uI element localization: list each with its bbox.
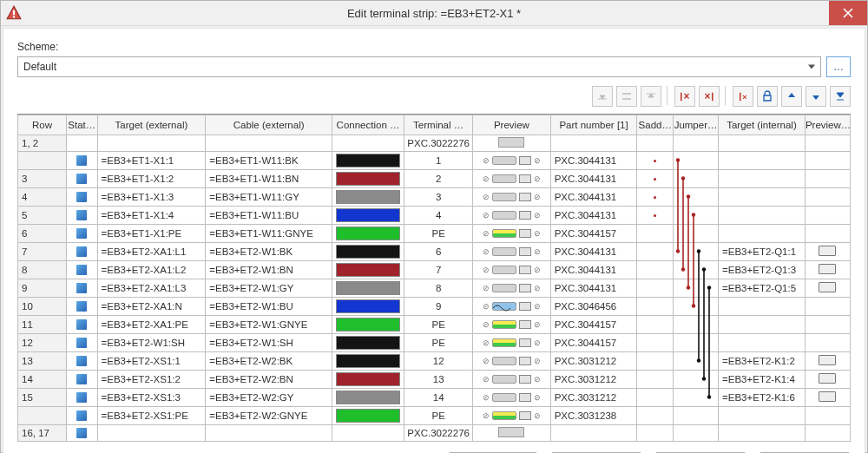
terminal-cell[interactable]: 9 xyxy=(404,298,473,316)
jumper-cell[interactable] xyxy=(674,207,719,225)
row-header[interactable]: 1, 2 xyxy=(18,135,67,152)
column-header[interactable]: Connection … xyxy=(332,115,404,135)
terminal-cell[interactable]: 14 xyxy=(404,389,473,407)
jumper-cell[interactable] xyxy=(674,352,719,371)
saddle-cell[interactable] xyxy=(637,188,674,207)
target-int-cell[interactable]: =EB3+ET2-Q1:3 xyxy=(719,261,806,279)
jumper-cell[interactable] xyxy=(674,243,719,261)
connection-cell[interactable] xyxy=(332,207,404,225)
target-ext-cell[interactable]: =EB3+ET1-X1:PE xyxy=(97,225,206,243)
target-ext-cell[interactable]: =EB3+ET2-XS1:1 xyxy=(97,352,206,371)
target-ext-cell[interactable]: =EB3+ET2-XA1:N xyxy=(97,298,206,316)
target-ext-cell[interactable]: =EB3+ET2-XS1:PE xyxy=(97,407,206,425)
preview-cell[interactable]: ⊘⊘ xyxy=(473,207,550,225)
table-row[interactable]: 7=EB3+ET2-XA1:L1=EB3+ET2-W1:BK6⊘⊘PXC.304… xyxy=(18,243,851,261)
table-row[interactable]: =EB3+ET1-X1:1=EB3+ET1-W11:BK1⊘⊘PXC.30441… xyxy=(18,152,851,170)
target-int-cell[interactable]: =EB3+ET2-Q1:1 xyxy=(719,243,806,261)
status-cell[interactable] xyxy=(67,207,97,225)
toolbar-delete-right[interactable]: ׀× xyxy=(733,86,753,107)
connection-cell[interactable] xyxy=(332,152,404,170)
preview-cell[interactable]: ⊘⊘ xyxy=(473,352,550,371)
part-cell[interactable]: PXC.3031212 xyxy=(550,352,637,371)
terminal-cell[interactable]: 12 xyxy=(404,352,473,371)
connection-cell[interactable] xyxy=(332,407,404,425)
jumper-cell[interactable] xyxy=(674,425,719,442)
jumper-cell[interactable] xyxy=(674,135,719,152)
saddle-cell[interactable] xyxy=(637,135,674,152)
cable-ext-cell[interactable]: =EB3+ET2-W1:BN xyxy=(206,261,332,279)
saddle-cell[interactable] xyxy=(637,152,674,170)
terminal-cell[interactable]: PXC.3022276 xyxy=(404,425,473,442)
preview-cell[interactable]: ⊘⊘ xyxy=(473,188,550,207)
saddle-cell[interactable] xyxy=(637,316,674,334)
status-cell[interactable] xyxy=(67,152,97,170)
status-cell[interactable] xyxy=(67,425,97,442)
column-header[interactable]: Sadd… xyxy=(637,115,674,135)
connection-cell[interactable] xyxy=(332,389,404,407)
status-cell[interactable] xyxy=(67,389,97,407)
preview-int-cell[interactable] xyxy=(805,352,850,371)
toolbar-delete-left[interactable]: ׀× xyxy=(674,86,695,107)
row-header[interactable]: 4 xyxy=(18,188,67,207)
preview-int-cell[interactable] xyxy=(805,188,850,207)
row-header[interactable]: 14 xyxy=(18,371,67,389)
column-header[interactable]: Terminal … xyxy=(404,115,473,135)
target-int-cell[interactable] xyxy=(719,188,806,207)
preview-cell[interactable]: ⊘⊘ xyxy=(473,279,550,298)
jumper-cell[interactable] xyxy=(674,371,719,389)
part-cell[interactable]: PXC.3031212 xyxy=(550,389,637,407)
column-header[interactable]: Preview… xyxy=(805,115,850,135)
terminal-cell[interactable]: 8 xyxy=(404,279,473,298)
table-row[interactable]: 10=EB3+ET2-XA1:N=EB3+ET2-W1:BU9⊘⊘PXC.304… xyxy=(18,298,851,316)
terminal-cell[interactable]: 7 xyxy=(404,261,473,279)
cable-ext-cell[interactable]: =EB3+ET2-W1:SH xyxy=(206,334,332,352)
column-header[interactable]: Jumper… xyxy=(674,115,719,135)
terminal-cell[interactable]: 6 xyxy=(404,243,473,261)
terminal-cell[interactable]: 13 xyxy=(404,371,473,389)
cable-ext-cell[interactable] xyxy=(206,425,332,442)
column-header[interactable]: Cable (external) xyxy=(206,115,332,135)
row-header[interactable] xyxy=(18,407,67,425)
table-row[interactable]: 4=EB3+ET1-X1:3=EB3+ET1-W11:GY3⊘⊘PXC.3044… xyxy=(18,188,851,207)
table-row[interactable]: 11=EB3+ET2-XA1:PE=EB3+ET2-W1:GNYEPE⊘⊘PXC… xyxy=(18,316,851,334)
scheme-more-button[interactable]: … xyxy=(826,56,851,77)
cable-ext-cell[interactable]: =EB3+ET2-W2:BN xyxy=(206,371,332,389)
connection-cell[interactable] xyxy=(332,371,404,389)
preview-int-cell[interactable] xyxy=(805,389,850,407)
target-int-cell[interactable]: =EB3+ET2-K1:4 xyxy=(719,371,806,389)
part-cell[interactable]: PXC.3044131 xyxy=(550,261,637,279)
cable-ext-cell[interactable]: =EB3+ET1-W11:GY xyxy=(206,188,332,207)
table-row[interactable]: 16, 17PXC.3022276 xyxy=(18,425,851,442)
preview-int-cell[interactable] xyxy=(805,298,850,316)
row-header[interactable] xyxy=(18,152,67,170)
jumper-cell[interactable] xyxy=(674,279,719,298)
grid-scroll[interactable]: RowStat…Target (external)Cable (external… xyxy=(17,115,851,442)
preview-int-cell[interactable] xyxy=(805,261,850,279)
part-cell[interactable]: PXC.3044131 xyxy=(550,243,637,261)
part-cell[interactable]: PXC.3044157 xyxy=(550,225,637,243)
toolbar-new-below[interactable] xyxy=(641,86,661,107)
row-header[interactable]: 7 xyxy=(18,243,67,261)
table-row[interactable]: 13=EB3+ET2-XS1:1=EB3+ET2-W2:BK12⊘⊘PXC.30… xyxy=(18,352,851,371)
jumper-cell[interactable] xyxy=(674,389,719,407)
target-int-cell[interactable] xyxy=(719,152,806,170)
preview-cell[interactable] xyxy=(473,425,550,442)
part-cell[interactable]: PXC.3044131 xyxy=(550,152,637,170)
status-cell[interactable] xyxy=(67,225,97,243)
connection-cell[interactable] xyxy=(332,298,404,316)
saddle-cell[interactable] xyxy=(637,407,674,425)
target-int-cell[interactable] xyxy=(719,334,806,352)
table-row[interactable]: 3=EB3+ET1-X1:2=EB3+ET1-W11:BN2⊘⊘PXC.3044… xyxy=(18,170,851,188)
target-ext-cell[interactable] xyxy=(97,425,206,442)
target-ext-cell[interactable]: =EB3+ET2-XA1:L2 xyxy=(97,261,206,279)
column-header[interactable]: Stat… xyxy=(67,115,97,135)
target-int-cell[interactable] xyxy=(719,298,806,316)
saddle-cell[interactable] xyxy=(637,225,674,243)
row-header[interactable]: 11 xyxy=(18,316,67,334)
target-ext-cell[interactable]: =EB3+ET1-X1:3 xyxy=(97,188,206,207)
jumper-cell[interactable] xyxy=(674,188,719,207)
saddle-cell[interactable] xyxy=(637,334,674,352)
jumper-cell[interactable] xyxy=(674,407,719,425)
part-cell[interactable]: PXC.3031212 xyxy=(550,371,637,389)
status-cell[interactable] xyxy=(67,371,97,389)
